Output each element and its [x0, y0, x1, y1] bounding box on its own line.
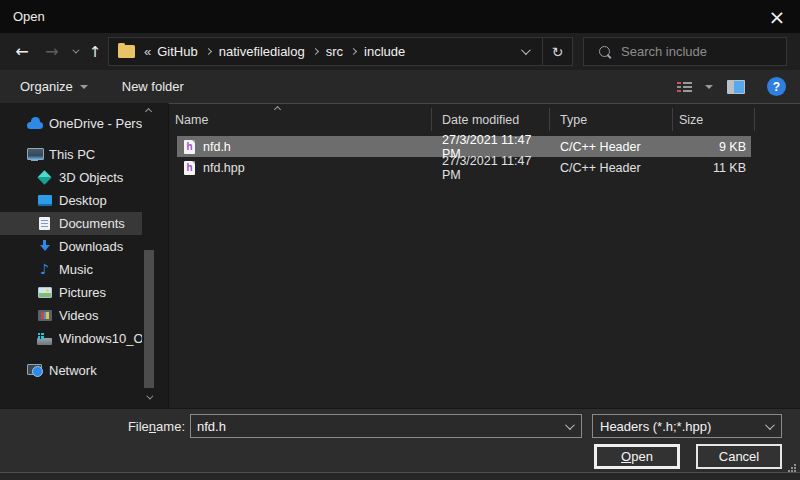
file-name-input[interactable]: [191, 419, 565, 434]
chevron-right-icon[interactable]: [350, 48, 357, 55]
desktop-icon: [36, 195, 53, 206]
column-header-date-modified[interactable]: Date modified: [432, 108, 550, 131]
sidebar-item-label: Videos: [59, 308, 99, 323]
scrollbar-thumb[interactable]: [144, 250, 154, 388]
file-size-cell: 11 KB: [673, 161, 751, 175]
breadcrumb-segment-src[interactable]: src: [326, 44, 343, 59]
picture-icon: [36, 287, 53, 298]
sidebar-item-label: This PC: [49, 147, 95, 162]
chevron-right-icon[interactable]: [205, 48, 212, 55]
resize-grip[interactable]: [787, 463, 797, 473]
title-bar: Open ×: [0, 0, 800, 33]
close-button[interactable]: ×: [754, 0, 800, 33]
file-name-cell: nfd.h: [177, 140, 432, 154]
scroll-down-icon[interactable]: [146, 393, 153, 400]
chevron-down-icon[interactable]: [765, 420, 775, 430]
organize-button[interactable]: Organize: [20, 79, 88, 94]
cube-icon: [36, 172, 53, 183]
file-name-label: File name:: [0, 414, 185, 438]
navigation-bar: ← → ↑ « GitHub nativefiledialog src incl…: [0, 33, 800, 70]
search-input[interactable]: [621, 44, 797, 59]
h-file-icon: [184, 161, 195, 175]
breadcrumb[interactable]: « GitHub nativefiledialog src include ↻: [108, 37, 573, 66]
toolbar-right-group: ?: [677, 70, 800, 103]
cloud-icon: [26, 118, 43, 129]
sidebar-item-this-pc[interactable]: This PC: [0, 143, 142, 166]
navigation-sidebar: OneDrive - Persor This PC 3D Objects Des…: [0, 103, 168, 408]
sidebar-item-onedrive[interactable]: OneDrive - Persor: [0, 112, 142, 135]
file-type-select[interactable]: Headers (*.h;*.hpp): [592, 414, 782, 438]
document-icon: [36, 217, 53, 230]
sidebar-item-label: OneDrive - Persor: [49, 116, 142, 131]
sidebar-item-documents[interactable]: Documents: [0, 212, 142, 235]
file-type-value: Headers (*.h;*.hpp): [593, 419, 765, 434]
sidebar-item-label: Windows10_OS (: [59, 331, 142, 346]
file-list-area: Name Date modified Type Size nfd.h 27/3/…: [168, 103, 800, 408]
back-icon[interactable]: ←: [8, 33, 36, 70]
view-dropdown-triangle-icon[interactable]: [705, 85, 713, 89]
dialog-footer: File name: Headers (*.h;*.hpp) Open Canc…: [0, 408, 800, 472]
main-area: OneDrive - Persor This PC 3D Objects Des…: [0, 103, 800, 408]
file-name-combo[interactable]: [190, 414, 582, 438]
up-icon[interactable]: ↑: [82, 33, 108, 70]
sidebar-item-downloads[interactable]: Downloads: [0, 235, 142, 258]
table-row-nfd-hpp[interactable]: nfd.hpp 27/3/2021 11:47 PM C/C++ Header …: [177, 157, 751, 178]
preview-pane-icon[interactable]: [727, 80, 745, 94]
sidebar-scrollbar[interactable]: [143, 103, 156, 408]
sidebar-item-windows10-os[interactable]: Windows10_OS (: [0, 327, 142, 350]
recent-locations-chevron-icon[interactable]: [66, 33, 82, 70]
chevron-down-icon[interactable]: [565, 420, 575, 430]
new-folder-label: New folder: [122, 79, 184, 94]
refresh-icon[interactable]: ↻: [543, 38, 572, 65]
sidebar-item-label: Desktop: [59, 193, 107, 208]
file-name-text: nfd.h: [203, 140, 231, 154]
breadcrumb-overflow-chevron[interactable]: «: [144, 44, 151, 59]
column-header-size[interactable]: Size: [673, 108, 755, 131]
column-header-type[interactable]: Type: [550, 108, 673, 131]
sidebar-item-label: Pictures: [59, 285, 106, 300]
download-icon: [36, 240, 53, 253]
sidebar-item-3d-objects[interactable]: 3D Objects: [0, 166, 142, 189]
file-name-cell: nfd.hpp: [177, 161, 432, 175]
sidebar-item-label: Downloads: [59, 239, 123, 254]
sidebar-item-pictures[interactable]: Pictures: [0, 281, 142, 304]
chevron-right-icon[interactable]: [312, 48, 319, 55]
search-box[interactable]: [583, 37, 787, 66]
breadcrumb-segment-include[interactable]: include: [364, 44, 405, 59]
file-date-cell: 27/3/2021 11:47 PM: [432, 154, 550, 182]
help-icon[interactable]: ?: [767, 77, 786, 96]
sidebar-item-label: Network: [49, 363, 97, 378]
file-size-cell: 9 KB: [673, 140, 751, 154]
h-file-icon: [184, 140, 195, 154]
new-folder-button[interactable]: New folder: [122, 79, 184, 94]
open-dialog-window: Open × ← → ↑ « GitHub nativefiledialog s…: [0, 0, 800, 480]
forward-icon: →: [38, 33, 66, 70]
dropdown-triangle-icon: [80, 85, 88, 89]
organize-label: Organize: [20, 79, 73, 94]
sidebar-item-network[interactable]: Network: [0, 359, 142, 382]
command-toolbar: Organize New folder ?: [0, 70, 800, 103]
file-name-text: nfd.hpp: [203, 161, 245, 175]
file-type-cell: C/C++ Header: [550, 161, 673, 175]
breadcrumb-segment-github[interactable]: GitHub: [157, 44, 197, 59]
breadcrumb-segment-nativefiledialog[interactable]: nativefiledialog: [219, 44, 305, 59]
window-title: Open: [13, 9, 45, 24]
file-rows: nfd.h 27/3/2021 11:47 PM C/C++ Header 9 …: [169, 136, 800, 178]
column-header-name[interactable]: Name: [169, 108, 432, 131]
sidebar-item-label: Documents: [59, 216, 125, 231]
column-header-row: Name Date modified Type Size: [169, 104, 800, 134]
drive-icon: [36, 333, 53, 345]
change-view-icon[interactable]: [677, 81, 693, 93]
address-dropdown-chevron-icon[interactable]: [521, 45, 531, 55]
search-icon: [599, 46, 611, 58]
video-icon: [36, 310, 53, 321]
sidebar-item-music[interactable]: ♪ Music: [0, 258, 142, 281]
computer-icon: [26, 148, 43, 161]
sidebar-item-label: Music: [59, 262, 93, 277]
music-icon: ♪: [36, 263, 53, 276]
sidebar-item-desktop[interactable]: Desktop: [0, 189, 142, 212]
open-button[interactable]: Open: [594, 444, 680, 469]
sidebar-item-videos[interactable]: Videos: [0, 304, 142, 327]
scroll-up-icon[interactable]: [145, 108, 152, 115]
cancel-button[interactable]: Cancel: [696, 444, 782, 469]
